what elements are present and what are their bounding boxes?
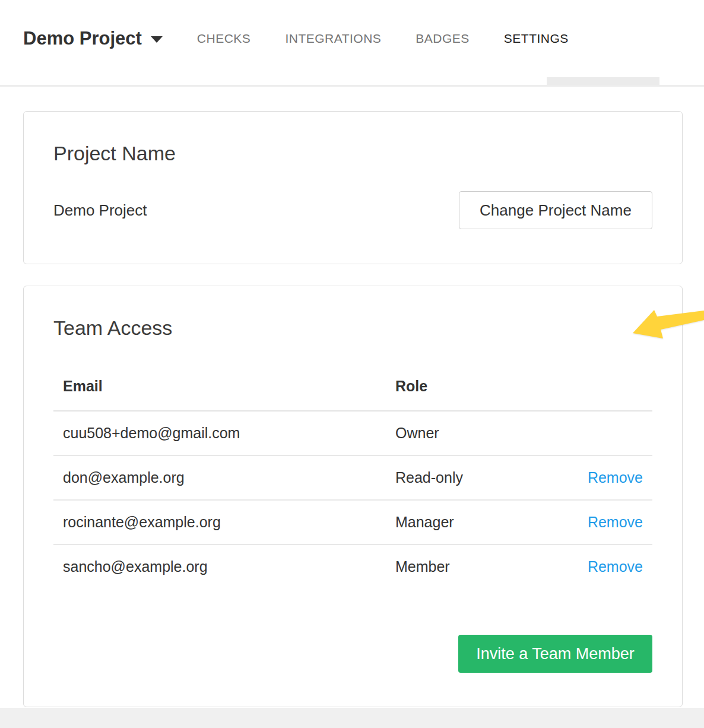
- team-access-card: Team Access Email Role cuu508+demo@gmail…: [23, 286, 683, 707]
- change-project-name-button[interactable]: Change Project Name: [459, 191, 652, 229]
- settings-page: Demo Project CHECKS INTEGRATIONS BADGES …: [0, 0, 704, 708]
- remove-member-link[interactable]: Remove: [588, 469, 643, 486]
- remove-member-link[interactable]: Remove: [588, 514, 643, 530]
- member-role: Owner: [386, 411, 532, 455]
- member-role: Read-only: [386, 455, 532, 500]
- column-header-email: Email: [53, 367, 386, 411]
- tab-settings[interactable]: SETTINGS: [504, 31, 569, 46]
- team-member-row: don@example.orgRead-onlyRemove: [53, 455, 652, 500]
- tab-integrations[interactable]: INTEGRATIONS: [285, 31, 381, 46]
- project-name-row: Demo Project Change Project Name: [53, 191, 652, 229]
- member-actions-cell: [532, 411, 652, 455]
- member-role: Manager: [386, 500, 532, 545]
- project-switcher[interactable]: Demo Project: [23, 28, 163, 49]
- invite-team-member-button[interactable]: Invite a Team Member: [458, 635, 652, 673]
- member-email: don@example.org: [53, 455, 386, 500]
- team-member-row: sancho@example.orgMemberRemove: [53, 545, 652, 588]
- table-header-row: Email Role: [53, 367, 652, 411]
- team-access-card-title: Team Access: [53, 315, 652, 341]
- team-members-table: Email Role cuu508+demo@gmail.comOwnerdon…: [53, 367, 652, 588]
- member-actions-cell: Remove: [532, 545, 652, 588]
- member-actions-cell: Remove: [532, 500, 652, 545]
- member-email: sancho@example.org: [53, 545, 386, 588]
- invite-row: Invite a Team Member: [53, 635, 652, 673]
- member-email: cuu508+demo@gmail.com: [53, 411, 386, 455]
- chevron-down-icon: [151, 36, 163, 43]
- column-header-actions: [532, 367, 652, 411]
- remove-member-link[interactable]: Remove: [588, 558, 643, 575]
- team-member-row: rocinante@example.orgManagerRemove: [53, 500, 652, 545]
- member-role: Member: [386, 545, 532, 588]
- project-name-card-title: Project Name: [53, 140, 652, 166]
- tab-badges[interactable]: BADGES: [416, 31, 470, 46]
- current-project-name: Demo Project: [53, 201, 147, 220]
- team-member-row: cuu508+demo@gmail.comOwner: [53, 411, 652, 455]
- top-navigation: Demo Project CHECKS INTEGRATIONS BADGES …: [0, 0, 704, 87]
- tab-checks[interactable]: CHECKS: [197, 31, 251, 46]
- column-header-role: Role: [386, 367, 532, 411]
- member-actions-cell: Remove: [532, 455, 652, 500]
- member-email: rocinante@example.org: [53, 500, 386, 545]
- project-name-card: Project Name Demo Project Change Project…: [23, 111, 683, 264]
- active-tab-indicator: [547, 77, 659, 85]
- project-switcher-label: Demo Project: [23, 28, 142, 49]
